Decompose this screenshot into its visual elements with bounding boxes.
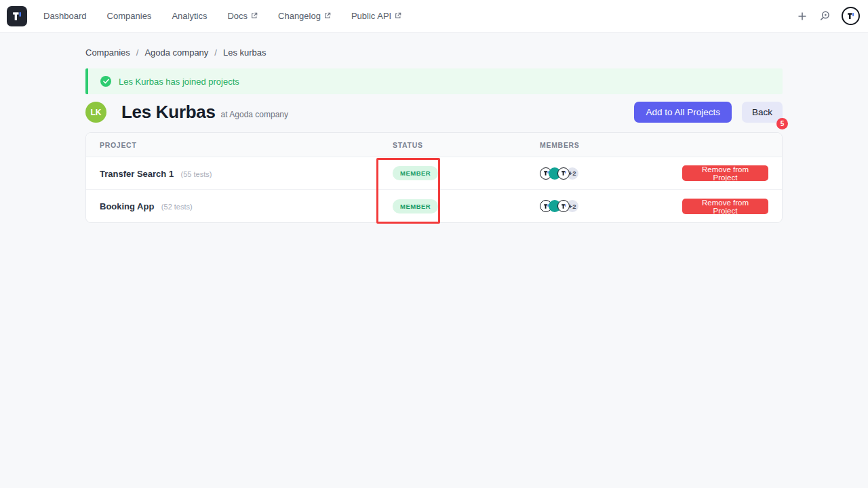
breadcrumb: Companies / Agoda company / Les kurbas (85, 33, 783, 58)
nav-item-label: Analytics (172, 11, 207, 21)
project-name[interactable]: Transfer Search 1 (100, 169, 174, 179)
status-badge: MEMBER (393, 199, 438, 214)
nav-item-public-api[interactable]: Public API (351, 11, 401, 21)
breadcrumb-companies[interactable]: Companies (85, 47, 130, 58)
success-alert: Les Kurbas has joined projects (85, 68, 783, 94)
member-avatar (557, 167, 570, 180)
search-icon[interactable] (818, 10, 830, 22)
nav-item-analytics[interactable]: Analytics (172, 11, 207, 21)
nav-item-docs[interactable]: Docs (227, 11, 258, 21)
members-cell: +2 (540, 167, 682, 180)
project-cell: Transfer Search 1 (55 tests) (86, 167, 393, 180)
column-header-project: PROJECT (86, 141, 393, 149)
alert-message: Les Kurbas has joined projects (119, 77, 239, 87)
project-name[interactable]: Booking App (100, 201, 154, 211)
external-link-icon (324, 12, 331, 19)
add-plus-icon[interactable] (797, 12, 807, 21)
header-actions: Add to All Projects Back 5 (634, 102, 783, 123)
nav-item-label: Companies (107, 11, 152, 21)
brand-logo[interactable] (7, 6, 27, 26)
external-link-icon (251, 12, 258, 19)
column-header-members: MEMBERS (540, 141, 682, 149)
breadcrumb-separator: / (214, 47, 217, 58)
check-circle-icon (100, 76, 111, 87)
breadcrumb-les-kurbas[interactable]: Les kurbas (223, 47, 267, 58)
actions-cell: Remove from Project (682, 199, 782, 214)
remove-from-project-button[interactable]: Remove from Project (682, 199, 768, 214)
nav-item-label: Dashboard (43, 11, 87, 21)
page-subtitle: at Agoda company (221, 110, 288, 119)
table-row: Transfer Search 1 (55 tests) MEMBER +2 (86, 157, 782, 190)
back-button-wrapper: Back 5 (742, 102, 783, 123)
member-avatar (557, 200, 570, 212)
table-row: Booking App (52 tests) MEMBER +2 (86, 190, 782, 222)
column-header-status: STATUS (393, 141, 540, 149)
page-title: Les Kurbas (121, 102, 216, 123)
remove-from-project-button[interactable]: Remove from Project (682, 165, 768, 181)
nav-item-label: Docs (227, 11, 248, 21)
brand-t-icon (10, 9, 24, 23)
projects-table: PROJECT STATUS MEMBERS Transfer Search 1… (85, 132, 783, 223)
user-initials-avatar: LK (85, 102, 106, 123)
status-cell: MEMBER (393, 199, 540, 214)
avatar-initials: LK (91, 108, 102, 117)
nav-item-label: Changelog (278, 11, 321, 21)
nav-item-companies[interactable]: Companies (107, 11, 152, 21)
project-cell: Booking App (52 tests) (86, 200, 393, 212)
nav-item-label: Public API (351, 11, 391, 21)
members-cell: +2 (540, 200, 682, 212)
project-tests-count: (55 tests) (181, 170, 212, 178)
top-navigation: Dashboard Companies Analytics Docs Chang… (0, 0, 868, 33)
nav-links: Dashboard Companies Analytics Docs Chang… (43, 11, 401, 21)
add-to-all-projects-button[interactable]: Add to All Projects (634, 102, 732, 123)
user-avatar-logo[interactable] (842, 7, 860, 25)
status-badge: MEMBER (393, 166, 438, 180)
profile-header: LK Les Kurbas at Agoda company Add to Al… (85, 102, 783, 123)
nav-item-dashboard[interactable]: Dashboard (43, 11, 87, 21)
back-button[interactable]: Back (742, 102, 783, 123)
brand-t-icon (846, 11, 856, 21)
actions-cell: Remove from Project (682, 165, 782, 181)
page: Dashboard Companies Analytics Docs Chang… (0, 0, 868, 488)
nav-item-changelog[interactable]: Changelog (278, 11, 331, 21)
external-link-icon (395, 12, 401, 19)
notification-badge: 5 (776, 118, 788, 129)
table-header-row: PROJECT STATUS MEMBERS (86, 133, 782, 157)
nav-right-controls (797, 7, 860, 25)
breadcrumb-agoda-company[interactable]: Agoda company (144, 47, 208, 58)
breadcrumb-separator: / (136, 47, 139, 58)
status-cell: MEMBER (393, 166, 540, 180)
project-tests-count: (52 tests) (161, 203, 193, 211)
